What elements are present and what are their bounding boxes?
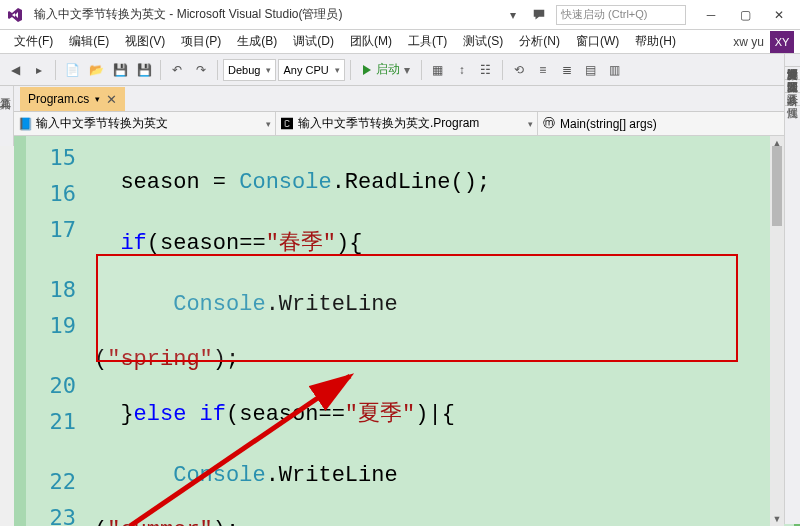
- tab-diagnostics[interactable]: 诊断工具: [785, 80, 800, 93]
- scrollbar-down-icon[interactable]: ▼: [770, 512, 784, 526]
- notification-icon[interactable]: ▾: [504, 6, 522, 24]
- code-nav-bar: 📘 输入中文季节转换为英文 ▾ 🅲 输入中文季节转换为英文.Program ▾ …: [14, 112, 800, 136]
- new-project-button[interactable]: 📄: [61, 59, 83, 81]
- menu-test[interactable]: 测试(S): [455, 31, 511, 52]
- user-name[interactable]: xw yu: [733, 35, 764, 49]
- open-button[interactable]: 📂: [85, 59, 107, 81]
- menu-analyze[interactable]: 分析(N): [511, 31, 568, 52]
- tab-label: Program.cs: [28, 92, 89, 106]
- tab-properties[interactable]: 属性: [785, 93, 800, 106]
- line-number-gutter: 15 16 17 18 19 20 21 22 23: [14, 136, 94, 526]
- undo-button[interactable]: ↶: [166, 59, 188, 81]
- menu-window[interactable]: 窗口(W): [568, 31, 627, 52]
- menu-team[interactable]: 团队(M): [342, 31, 400, 52]
- tool-d[interactable]: ⟲: [508, 59, 530, 81]
- menu-file[interactable]: 文件(F): [6, 31, 61, 52]
- window-title: 输入中文季节转换为英文 - Microsoft Visual Studio(管理…: [30, 6, 504, 23]
- user-badge[interactable]: XY: [770, 31, 794, 53]
- quick-launch-input[interactable]: 快速启动 (Ctrl+Q): [556, 5, 686, 25]
- menu-edit[interactable]: 编辑(E): [61, 31, 117, 52]
- tab-program-cs[interactable]: Program.cs ▾ ✕: [20, 87, 125, 111]
- code-editor[interactable]: 15 16 17 18 19 20 21 22 23 season = Cons…: [14, 136, 800, 526]
- config-dropdown[interactable]: Debug▾: [223, 59, 276, 81]
- editor-scrollbar[interactable]: ▲ ▼: [770, 136, 784, 526]
- title-bar: 输入中文季节转换为英文 - Microsoft Visual Studio(管理…: [0, 0, 800, 30]
- menu-tools[interactable]: 工具(T): [400, 31, 455, 52]
- close-button[interactable]: ✕: [762, 2, 796, 28]
- menu-help[interactable]: 帮助(H): [627, 31, 684, 52]
- menu-bar: 文件(F) 编辑(E) 视图(V) 项目(P) 生成(B) 调试(D) 团队(M…: [0, 30, 800, 54]
- save-all-button[interactable]: 💾: [133, 59, 155, 81]
- tab-dropdown-icon[interactable]: ▾: [95, 94, 100, 104]
- code-content[interactable]: season = Console.ReadLine(); if(season==…: [94, 136, 800, 526]
- nav-back-button[interactable]: ◀: [4, 59, 26, 81]
- tool-e[interactable]: ≡: [532, 59, 554, 81]
- codenav-class[interactable]: 🅲 输入中文季节转换为英文.Program ▾: [276, 112, 538, 135]
- quick-launch-placeholder: 快速启动 (Ctrl+Q): [561, 7, 647, 22]
- start-button[interactable]: 启动▾: [356, 59, 416, 81]
- menu-debug[interactable]: 调试(D): [285, 31, 342, 52]
- menu-build[interactable]: 生成(B): [229, 31, 285, 52]
- tool-f[interactable]: ≣: [556, 59, 578, 81]
- scrollbar-thumb[interactable]: [772, 146, 782, 226]
- tab-close-icon[interactable]: ✕: [106, 92, 117, 107]
- codenav-method[interactable]: ⓜ Main(string[] args) ▾: [538, 112, 800, 135]
- toolbar: ◀ ▸ 📄 📂 💾 💾 ↶ ↷ Debug▾ Any CPU▾ 启动▾ ▦ ↕ …: [0, 54, 800, 86]
- nav-fwd-button[interactable]: ▸: [28, 59, 50, 81]
- tab-solution-explorer[interactable]: 解决方案资源管理器: [785, 54, 800, 67]
- platform-dropdown[interactable]: Any CPU▾: [278, 59, 344, 81]
- tool-h[interactable]: ▥: [604, 59, 626, 81]
- vs-logo-icon: [0, 7, 30, 23]
- document-tabs: Program.cs ▾ ✕: [0, 86, 800, 112]
- save-button[interactable]: 💾: [109, 59, 131, 81]
- class-icon: 🅲: [280, 117, 294, 131]
- codenav-project[interactable]: 📘 输入中文季节转换为英文 ▾: [14, 112, 276, 135]
- method-icon: ⓜ: [542, 117, 556, 131]
- tool-c[interactable]: ☷: [475, 59, 497, 81]
- menu-view[interactable]: 视图(V): [117, 31, 173, 52]
- csharp-project-icon: 📘: [18, 117, 32, 131]
- tool-g[interactable]: ▤: [580, 59, 602, 81]
- feedback-icon[interactable]: [530, 6, 548, 24]
- tab-team-explorer[interactable]: 团队资源管理器: [785, 67, 800, 80]
- menu-project[interactable]: 项目(P): [173, 31, 229, 52]
- redo-button[interactable]: ↷: [190, 59, 212, 81]
- tool-b[interactable]: ↕: [451, 59, 473, 81]
- tool-a[interactable]: ▦: [427, 59, 449, 81]
- maximize-button[interactable]: ▢: [728, 2, 762, 28]
- right-side-tabs: 解决方案资源管理器 团队资源管理器 诊断工具 属性: [784, 54, 800, 524]
- minimize-button[interactable]: ─: [694, 2, 728, 28]
